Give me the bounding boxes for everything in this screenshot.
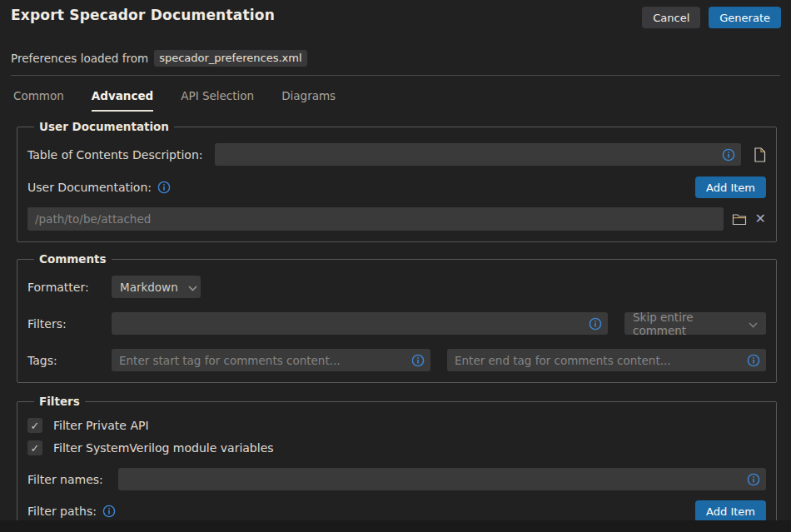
info-icon[interactable] bbox=[102, 505, 116, 518]
user-doc-path-input[interactable] bbox=[27, 207, 724, 231]
filter-paths-label: Filter paths: bbox=[27, 505, 97, 518]
tab-api-selection[interactable]: API Selection bbox=[181, 89, 254, 112]
formatter-label: Formatter: bbox=[27, 281, 112, 294]
section-comments-legend: Comments bbox=[34, 252, 112, 266]
filter-names-input[interactable] bbox=[118, 468, 766, 490]
bottom-strip bbox=[0, 520, 791, 532]
info-icon[interactable] bbox=[411, 354, 425, 367]
filter-paths-add-item-button[interactable]: Add Item bbox=[695, 500, 766, 522]
remove-item-icon[interactable]: ✕ bbox=[755, 212, 766, 226]
preferences-status: Preferences loaded from specador_prefere… bbox=[11, 50, 780, 67]
preferences-file-chip: specador_preferences.xml bbox=[154, 50, 306, 67]
tags-label: Tags: bbox=[27, 354, 112, 367]
checkmark-icon: ✓ bbox=[31, 442, 40, 455]
start-tag-input[interactable] bbox=[112, 349, 430, 371]
filter-sv-variables-checkbox[interactable]: ✓ bbox=[27, 440, 42, 455]
generate-button[interactable]: Generate bbox=[709, 7, 781, 28]
section-filters-legend: Filters bbox=[34, 395, 85, 408]
section-user-documentation-legend: User Documentation bbox=[34, 120, 174, 133]
user-doc-label: User Documentation: bbox=[27, 181, 152, 194]
info-icon[interactable] bbox=[722, 148, 735, 162]
formatter-select[interactable]: Markdown bbox=[112, 276, 201, 298]
skip-mode-select-value: Skip entire comment bbox=[633, 311, 739, 337]
chevron-down-icon bbox=[749, 317, 758, 331]
chevron-down-icon bbox=[188, 281, 197, 294]
info-icon[interactable] bbox=[747, 354, 760, 367]
info-icon[interactable] bbox=[747, 473, 760, 486]
tab-bar: Common Advanced API Selection Diagrams bbox=[0, 76, 791, 112]
formatter-select-value: Markdown bbox=[120, 281, 178, 294]
tab-diagrams[interactable]: Diagrams bbox=[281, 89, 336, 112]
end-tag-input[interactable] bbox=[447, 349, 766, 371]
page-title: Export Specador Documentation bbox=[11, 7, 275, 23]
filter-sv-variables-row: ✓ Filter SystemVerilog module variables bbox=[27, 440, 766, 455]
skip-mode-select[interactable]: Skip entire comment bbox=[624, 312, 766, 335]
comment-filters-input[interactable] bbox=[112, 312, 608, 335]
section-comments: Comments Formatter: Markdown Filters: Sk… bbox=[17, 252, 777, 383]
filter-names-label: Filter names: bbox=[27, 473, 118, 486]
header-buttons: Cancel Generate bbox=[642, 7, 781, 28]
browse-folder-icon[interactable] bbox=[732, 213, 747, 226]
toc-description-label: Table of Contents Description: bbox=[27, 148, 202, 162]
toc-description-input[interactable] bbox=[215, 143, 741, 166]
tab-common[interactable]: Common bbox=[13, 89, 64, 112]
section-user-documentation: User Documentation Table of Contents Des… bbox=[17, 120, 777, 242]
cancel-button[interactable]: Cancel bbox=[642, 7, 700, 28]
user-doc-add-item-button[interactable]: Add Item bbox=[695, 177, 766, 198]
checkmark-icon: ✓ bbox=[31, 420, 40, 432]
filter-private-api-row: ✓ Filter Private API bbox=[27, 418, 766, 433]
filter-sv-variables-label: Filter SystemVerilog module variables bbox=[53, 441, 274, 455]
tab-advanced[interactable]: Advanced bbox=[92, 89, 153, 112]
comment-filters-label: Filters: bbox=[27, 317, 112, 331]
info-icon[interactable] bbox=[589, 317, 602, 331]
dialog-header: Export Specador Documentation Cancel Gen… bbox=[0, 0, 791, 28]
section-filters: Filters ✓ Filter Private API ✓ Filter Sy… bbox=[17, 395, 777, 532]
browse-file-icon[interactable] bbox=[754, 147, 766, 162]
filter-private-api-label: Filter Private API bbox=[53, 419, 149, 432]
filter-private-api-checkbox[interactable]: ✓ bbox=[27, 418, 42, 433]
info-icon[interactable] bbox=[157, 181, 171, 194]
preferences-status-text: Preferences loaded from bbox=[11, 52, 148, 65]
